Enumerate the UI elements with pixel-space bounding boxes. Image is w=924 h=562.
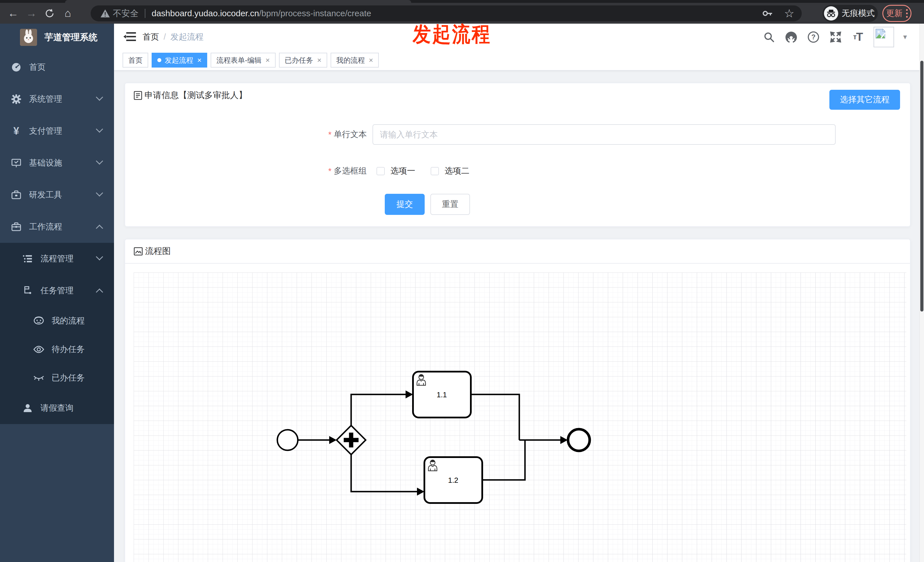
sidebar-item-label: 首页 xyxy=(29,61,46,73)
sidebar-logo-row[interactable]: 芋道管理系统 xyxy=(0,24,114,51)
reload-button[interactable] xyxy=(40,4,59,22)
single-line-text-input[interactable] xyxy=(372,124,836,145)
checkbox[interactable] xyxy=(376,167,385,175)
tag-label: 首页 xyxy=(128,55,142,65)
sidebar-item-label: 流程管理 xyxy=(40,253,74,264)
header-actions: ? тT ▾ xyxy=(762,24,907,50)
sidebar-item-workflow[interactable]: 工作流程 xyxy=(0,211,114,243)
sidebar-item-todo-tasks[interactable]: 待办任务 xyxy=(0,335,114,364)
sidebar-item-infrastructure[interactable]: 基础设施 xyxy=(0,147,114,179)
bookmark-star-icon[interactable]: ☆ xyxy=(784,7,794,20)
url-bar[interactable]: 不安全 dashboard.yudao.iocoder.cn/bpm/proce… xyxy=(91,5,802,21)
back-button[interactable]: ← xyxy=(4,4,22,22)
bpmn-user-task-1-1[interactable]: 1.1 xyxy=(413,372,471,418)
browser-active-tab-edge xyxy=(65,0,411,3)
close-icon[interactable]: × xyxy=(317,57,321,64)
browser-menu-icon[interactable] xyxy=(906,9,908,18)
home-icon: ⌂ xyxy=(65,7,71,19)
update-button[interactable]: 更新 xyxy=(882,5,912,22)
person-icon xyxy=(22,403,33,413)
home-button[interactable]: ⌂ xyxy=(59,4,77,22)
help-icon[interactable]: ? xyxy=(807,30,820,43)
active-tab-dot xyxy=(158,58,161,62)
bpmn-end-event[interactable] xyxy=(568,429,590,451)
app-header: 首页 / 发起流程 ? тT xyxy=(114,24,924,50)
sidebar-item-process-management[interactable]: 流程管理 xyxy=(0,243,114,275)
bpmn-start-event[interactable] xyxy=(278,430,298,450)
checkbox-option-1[interactable]: 选项一 xyxy=(376,165,415,177)
tag-initiate-process[interactable]: 发起流程 × xyxy=(152,53,207,67)
tree-list-icon xyxy=(22,254,33,264)
update-label: 更新 xyxy=(886,8,903,19)
font-size-icon[interactable]: тT xyxy=(851,30,864,43)
sidebar-item-label: 系统管理 xyxy=(29,93,62,105)
yen-icon: ¥ xyxy=(11,125,22,137)
form-row-checkbox-group: * 多选框组 选项一 选项二 xyxy=(125,161,910,181)
github-icon[interactable] xyxy=(784,30,798,43)
sidebar-item-system[interactable]: 系统管理 xyxy=(0,83,114,115)
gear-icon xyxy=(11,94,22,104)
sidebar-item-home[interactable]: 首页 xyxy=(0,51,114,83)
form-row-single-line-text: * 单行文本 xyxy=(125,124,910,145)
tag-my-process[interactable]: 我的流程 × xyxy=(331,53,379,67)
avatar-caret-icon[interactable]: ▾ xyxy=(903,33,907,41)
document-icon xyxy=(134,91,142,100)
chevron-down-icon xyxy=(96,125,103,132)
close-icon[interactable]: × xyxy=(266,57,270,64)
bpmn-user-task-1-2[interactable]: 1.2 xyxy=(424,457,482,503)
reset-button[interactable]: 重置 xyxy=(430,194,470,215)
security-label[interactable]: 不安全 xyxy=(113,8,138,19)
password-key-icon[interactable] xyxy=(762,8,773,19)
sidebar-item-payment[interactable]: ¥ 支付管理 xyxy=(0,115,114,147)
application-info-card: 申请信息【测试多审批人】 选择其它流程 * 单行文本 * 多选框组 选项一 xyxy=(124,82,910,227)
monitor-icon xyxy=(11,158,22,168)
submit-button[interactable]: 提交 xyxy=(385,194,424,215)
close-icon[interactable]: × xyxy=(369,57,373,64)
breadcrumb-home[interactable]: 首页 xyxy=(142,31,159,43)
bpmn-canvas[interactable]: 1.1 1.2 xyxy=(134,273,906,562)
sidebar-item-my-process[interactable]: 我的流程 xyxy=(0,307,114,335)
tag-label: 已办任务 xyxy=(285,55,313,65)
tag-form-edit[interactable]: 流程表单-编辑 × xyxy=(211,53,276,67)
sidebar-item-task-management[interactable]: 任务管理 xyxy=(0,275,114,307)
close-icon[interactable]: × xyxy=(197,57,201,64)
page-scrollbar[interactable] xyxy=(920,24,924,562)
card-header: 流程图 xyxy=(125,240,910,264)
robot-face-icon xyxy=(33,316,44,325)
tag-home[interactable]: 首页 xyxy=(123,53,148,67)
dashboard-icon xyxy=(11,62,22,72)
search-icon[interactable] xyxy=(762,30,776,43)
sidebar-item-label: 任务管理 xyxy=(40,285,74,297)
sidebar-collapse-button[interactable] xyxy=(123,30,136,43)
chevron-up-icon xyxy=(96,225,103,232)
annotation-title: 发起流程 xyxy=(413,20,491,48)
card-header: 申请信息【测试多审批人】 xyxy=(125,83,910,108)
broken-image-icon xyxy=(875,28,885,39)
breadcrumb-current: 发起流程 xyxy=(170,31,204,43)
avatar[interactable] xyxy=(873,27,894,47)
incognito-label: 无痕模式 xyxy=(842,8,875,19)
process-diagram-card: 流程图 xyxy=(124,239,910,562)
scrollbar-thumb[interactable] xyxy=(920,61,923,312)
sidebar-item-devtools[interactable]: 研发工具 xyxy=(0,179,114,211)
sidebar-item-leave-query[interactable]: 请假查询 xyxy=(0,392,114,424)
checkbox[interactable] xyxy=(430,167,439,175)
sidebar-item-label: 待办任务 xyxy=(52,344,85,355)
fullscreen-icon[interactable] xyxy=(829,30,842,43)
back-icon: ← xyxy=(8,7,18,19)
chevron-down-icon xyxy=(96,93,103,100)
toolbox-icon xyxy=(11,190,22,200)
sidebar-item-done-tasks[interactable]: 已办任务 xyxy=(0,364,114,392)
browser-tabstrip xyxy=(0,0,924,3)
checkbox-label: 选项一 xyxy=(390,165,415,177)
app-logo xyxy=(20,29,37,46)
forward-button[interactable]: → xyxy=(22,4,40,22)
sidebar-item-label: 工作流程 xyxy=(29,221,62,232)
forward-icon: → xyxy=(26,7,37,19)
select-other-process-button[interactable]: 选择其它流程 xyxy=(830,90,900,110)
bpmn-parallel-gateway[interactable] xyxy=(337,426,366,454)
tag-done-tasks[interactable]: 已办任务 × xyxy=(279,53,327,67)
task-label: 1.2 xyxy=(448,476,458,484)
tag-label: 流程表单-编辑 xyxy=(216,55,261,65)
checkbox-option-2[interactable]: 选项二 xyxy=(430,165,470,177)
